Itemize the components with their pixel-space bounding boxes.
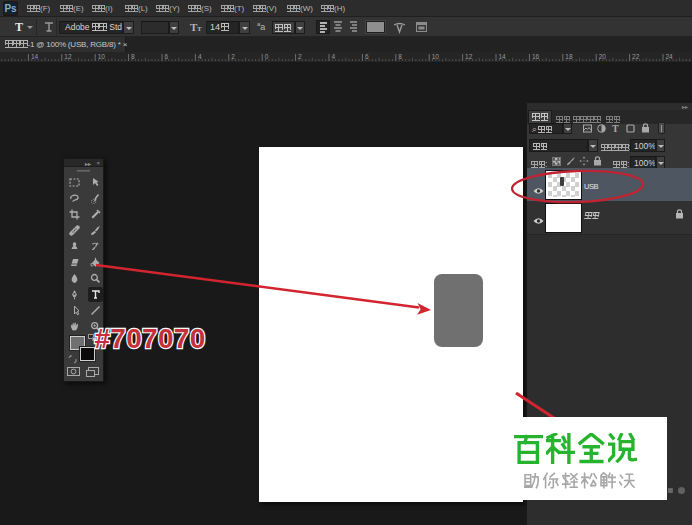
svg-text:18: 18: [565, 53, 573, 60]
svg-text:12: 12: [64, 53, 72, 60]
svg-text:16: 16: [532, 53, 540, 60]
svg-text:10: 10: [98, 53, 106, 60]
svg-text:8: 8: [398, 53, 402, 60]
svg-text:4: 4: [198, 53, 202, 60]
svg-text:6: 6: [365, 53, 369, 60]
svg-text:22: 22: [632, 53, 640, 60]
svg-text:0: 0: [265, 53, 269, 60]
svg-text:#707070: #707070: [95, 323, 206, 354]
svg-text:4: 4: [332, 53, 336, 60]
svg-text:10: 10: [432, 53, 440, 60]
svg-text:14: 14: [31, 53, 39, 60]
svg-text:2: 2: [231, 53, 235, 60]
svg-text:12: 12: [465, 53, 473, 60]
svg-text:2: 2: [298, 53, 302, 60]
svg-text:20: 20: [599, 53, 607, 60]
svg-text:24: 24: [666, 53, 674, 60]
svg-text:8: 8: [131, 53, 135, 60]
svg-text:14: 14: [499, 53, 507, 60]
svg-text:6: 6: [165, 53, 169, 60]
